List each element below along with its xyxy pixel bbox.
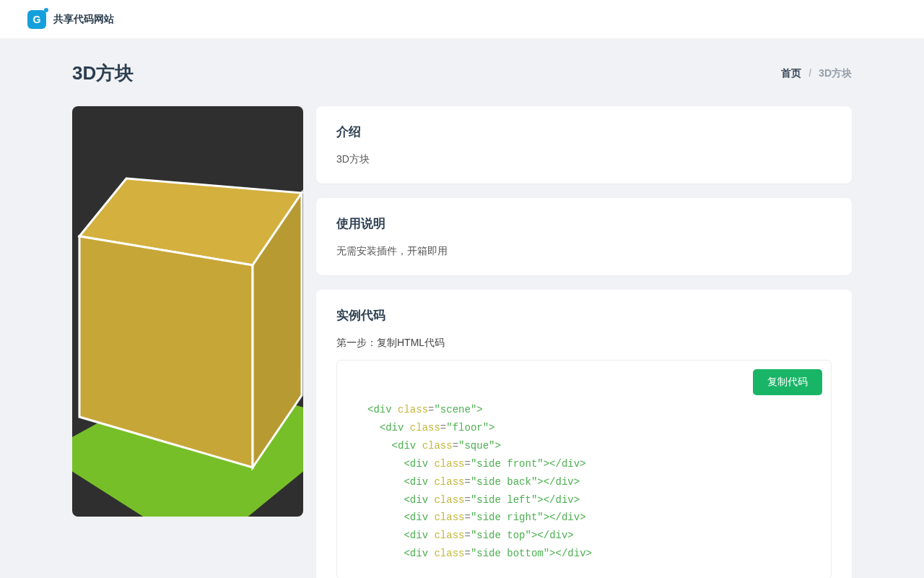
logo-icon: G	[27, 10, 46, 29]
usage-card: 使用说明 无需安装插件，开箱即用	[316, 198, 852, 275]
top-bar: G 共享代码网站	[0, 0, 924, 39]
code-line: <div class="side top"></div>	[367, 527, 815, 545]
usage-heading: 使用说明	[336, 215, 832, 232]
breadcrumb-home[interactable]: 首页	[781, 67, 801, 79]
usage-text: 无需安装插件，开箱即用	[336, 245, 832, 258]
cube-illustration	[72, 106, 303, 517]
code-block: 复制代码 <div class="scene"> <div class="flo…	[336, 360, 832, 578]
copy-code-button[interactable]: 复制代码	[753, 369, 822, 395]
breadcrumb-separator: /	[808, 67, 811, 79]
content-layout: 介绍 3D方块 使用说明 无需安装插件，开箱即用 实例代码 第一步：复制HTML…	[72, 106, 852, 578]
breadcrumb: 首页 / 3D方块	[781, 67, 852, 80]
code-line: <div class="floor">	[367, 419, 815, 437]
preview-panel	[72, 106, 303, 517]
svg-marker-2	[79, 236, 253, 467]
page-title: 3D方块	[72, 61, 134, 86]
code-line: <div class="scene">	[367, 401, 815, 419]
example-step: 第一步：复制HTML代码	[336, 337, 832, 350]
main-container: 3D方块 首页 / 3D方块 介绍 3D方块 使用说明	[43, 39, 881, 578]
example-card: 实例代码 第一步：复制HTML代码 复制代码 <div class="scene…	[316, 290, 852, 578]
page-header: 3D方块 首页 / 3D方块	[72, 61, 852, 86]
code-line: <div class="side left"></div>	[367, 491, 815, 509]
code-content: <div class="scene"> <div class="floor"> …	[367, 401, 815, 563]
code-line: <div class="side bottom"></div>	[367, 545, 815, 563]
code-line: <div class="side right"></div>	[367, 509, 815, 527]
intro-heading: 介绍	[336, 124, 832, 140]
code-line: <div class="sque">	[367, 437, 815, 455]
intro-card: 介绍 3D方块	[316, 106, 852, 184]
breadcrumb-current: 3D方块	[819, 67, 852, 79]
logo[interactable]: G 共享代码网站	[27, 10, 114, 29]
code-line: <div class="side front"></div>	[367, 455, 815, 473]
example-heading: 实例代码	[336, 307, 832, 324]
site-name: 共享代码网站	[53, 13, 114, 26]
right-column: 介绍 3D方块 使用说明 无需安装插件，开箱即用 实例代码 第一步：复制HTML…	[316, 106, 852, 578]
intro-text: 3D方块	[336, 153, 832, 166]
code-line: <div class="side back"></div>	[367, 473, 815, 491]
